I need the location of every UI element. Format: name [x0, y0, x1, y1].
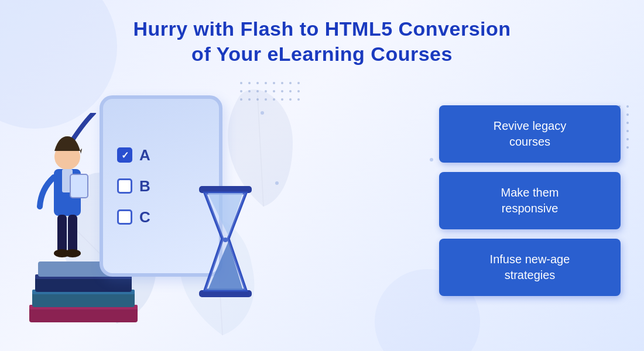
infuse-strategies-button[interactable]: Infuse new-age strategies [439, 239, 621, 296]
quiz-label-c: C [139, 208, 150, 226]
checkbox-c [117, 209, 132, 225]
hourglass [196, 186, 255, 297]
quiz-label-b: B [139, 177, 150, 195]
svg-rect-18 [68, 215, 77, 253]
checkmark-icon: ✓ [121, 150, 129, 161]
quiz-item-c: C [117, 208, 150, 226]
page-container: Hurry with Flash to HTML5 Conversion of … [0, 0, 644, 351]
page-title: Hurry with Flash to HTML5 Conversion of … [47, 16, 597, 66]
svg-point-20 [64, 249, 81, 257]
header-section: Hurry with Flash to HTML5 Conversion of … [0, 0, 644, 72]
quiz-item-b: B [117, 177, 150, 195]
make-responsive-button[interactable]: Make them responsive [439, 172, 621, 229]
person-figure [29, 113, 105, 277]
svg-rect-16 [70, 174, 88, 198]
quiz-label-a: A [139, 146, 150, 164]
svg-rect-17 [57, 215, 67, 253]
content-area: ✓ A B C [0, 78, 644, 335]
right-panel: Revive legacy courses Make them responsi… [439, 105, 621, 296]
quiz-item-a: ✓ A [117, 146, 150, 164]
checkbox-a: ✓ [117, 147, 132, 163]
revive-courses-button[interactable]: Revive legacy courses [439, 105, 621, 163]
illustration-area: ✓ A B C [12, 78, 340, 335]
checkbox-b [117, 178, 132, 194]
